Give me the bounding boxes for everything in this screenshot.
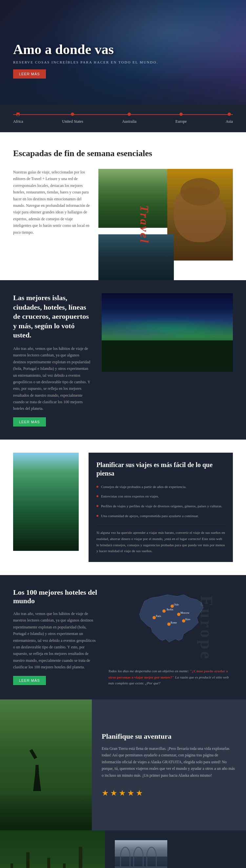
adventure-heading: Planifique su aventura [102, 732, 236, 741]
hotels-text-block: Los 100 mejores hoteles del mundo Año tr… [13, 588, 99, 686]
nav-tab-europe[interactable]: Europe [175, 113, 187, 124]
nav-dot-africa: ● [17, 113, 20, 116]
hotels-quote: Todos los días me despertaba con un obje… [108, 668, 233, 686]
svg-text:Kiev: Kiev [185, 618, 191, 621]
escapadas-section: Escapadas de fin de semana esenciales Nu… [0, 132, 246, 280]
islands-heading: Las mejores islas, ciudades, hoteles, lí… [13, 293, 92, 340]
europe-watermark-label: Europe [197, 595, 217, 661]
bullet-text-3: Perfiles de viajes y perfiles de viaje d… [101, 503, 222, 509]
escapadas-text-block: Nuestras guías de viaje, seleccionadas p… [13, 169, 92, 241]
adventure-lower-section: Tenemos los mejores consejos de viaje so… [0, 830, 246, 868]
europe-map-container: Berlin Oslo Moscow Paris Kiev Rome Europ… [108, 588, 233, 668]
nav-dot-europe [180, 113, 183, 116]
hero-title: Amo a donde vas [13, 42, 158, 57]
escapadas-paragraph: Nuestras guías de viaje, seleccionadas p… [13, 169, 92, 236]
hiker-image [0, 700, 92, 830]
plan-bullet-1: Consejos de viaje probados a partir de a… [97, 484, 225, 490]
plan-left-image [13, 453, 79, 562]
hero-subtitle: RESERVE COSAS INCREÍBLES PARA HACER EN T… [13, 60, 158, 64]
adventure-stars: ★★★★★ [102, 788, 236, 798]
hero-content: Amo a donde vas RESERVE COSAS INCREÍBLES… [13, 42, 158, 79]
escapadas-heading: Escapadas de fin de semana esenciales [13, 149, 233, 158]
northern-lights-image [102, 293, 233, 372]
nav-dot-us [71, 113, 74, 116]
hotels-quote-text: Todos los días me despertaba con un obje… [108, 669, 190, 673]
svg-text:Paris: Paris [156, 615, 161, 618]
bullet-text-4: Una comunidad de apoyo, comprometida par… [101, 513, 199, 519]
islands-cta-button[interactable]: Leer más [13, 417, 46, 427]
map-pin-2 [170, 604, 174, 608]
bullet-dot-3 [97, 505, 99, 507]
nav-label-australia: Australia [122, 119, 136, 124]
svg-text:Rome: Rome [170, 621, 177, 624]
svg-text:Berlin: Berlin [167, 608, 173, 611]
nav-label-us: United States [62, 119, 83, 124]
bridge-image [115, 840, 167, 868]
nav-tab-africa[interactable]: ● Africa [13, 113, 23, 124]
adventure-text-block: Planifique su aventura Esta Gran Tierra … [92, 700, 246, 830]
hero-section: Amo a donde vas RESERVE COSAS INCREÍBLES… [0, 0, 246, 105]
hotels-map-block: Berlin Oslo Moscow Paris Kiev Rome Europ… [108, 588, 233, 686]
plan-section: Planificar sus viajes es más fácil de lo… [0, 440, 246, 575]
plan-bullet-3: Perfiles de viajes y perfiles de viaje d… [97, 503, 225, 509]
map-pin-1 [162, 610, 166, 613]
map-pin-6 [167, 622, 170, 626]
map-pin-5 [182, 619, 185, 622]
bullet-dot-1 [97, 486, 99, 488]
nav-tab-australia[interactable]: Australia [122, 113, 136, 124]
bullet-dot-4 [97, 515, 99, 517]
map-pin-3 [177, 613, 181, 616]
islands-text-block: Las mejores islas, ciudades, hoteles, lí… [13, 293, 92, 427]
destination-nav: ● Africa United States Australia Europe … [0, 105, 246, 132]
islands-paragraph: Año tras año, vemos que los hábitos de v… [13, 345, 92, 412]
forest-silhouette [102, 340, 233, 372]
nav-tab-us[interactable]: United States [62, 113, 83, 124]
islands-section: Las mejores islas, ciudades, hoteles, lí… [0, 280, 246, 440]
plan-heading: Planificar sus viajes es más fácil de lo… [97, 461, 225, 477]
map-pin-4 [153, 616, 156, 619]
adventure-section: Planifique su aventura Esta Gran Tierra … [0, 700, 246, 830]
adventure-paragraph: Esta Gran Tierra está llena de maravilla… [102, 745, 236, 779]
hotels-paragraph: Año tras año, vemos que los hábitos de v… [13, 611, 99, 671]
nav-label-asia: Asia [226, 119, 233, 124]
bullet-text-2: Entrevistas con otros expertos en viajes… [101, 494, 159, 499]
plan-content-block: Planificar sus viajes es más fácil de lo… [88, 453, 233, 562]
travel-vertical-label: Travel [138, 205, 152, 244]
escapadas-images: Travel [99, 169, 233, 280]
nav-tab-asia[interactable]: Asia [226, 113, 233, 124]
escapadas-highland-cow-image [167, 169, 233, 260]
svg-text:Oslo: Oslo [174, 603, 179, 606]
escapadas-bottom-image [99, 234, 174, 280]
hotels-section: Los 100 mejores hoteles del mundo Año tr… [0, 575, 246, 700]
hotels-heading: Los 100 mejores hoteles del mundo [13, 588, 99, 605]
plan-body-text: Si alguna vez ha querido aprender a viaj… [97, 530, 225, 554]
svg-text:Moscow: Moscow [181, 611, 190, 614]
plan-divider [97, 524, 225, 524]
hotels-cta-button[interactable]: Leer más [13, 676, 46, 685]
adventure-lower-right: Tenemos los mejores consejos de viaje so… [105, 830, 246, 868]
plan-bullet-4: Una comunidad de apoyo, comprometida par… [97, 513, 225, 519]
plan-bullet-2: Entrevistas con otros expertos en viajes… [97, 494, 225, 499]
nav-dot-australia [128, 113, 131, 116]
tall-forest-image [0, 830, 105, 868]
bullet-text-1: Consejos de viaje probados a partir de a… [101, 484, 186, 490]
nav-dot-asia [228, 113, 231, 116]
nav-label-africa: Africa [13, 119, 23, 124]
bullet-dot-2 [97, 495, 99, 497]
nav-label-europe: Europe [175, 119, 187, 124]
hero-cta-button[interactable]: Leer más [13, 69, 46, 79]
